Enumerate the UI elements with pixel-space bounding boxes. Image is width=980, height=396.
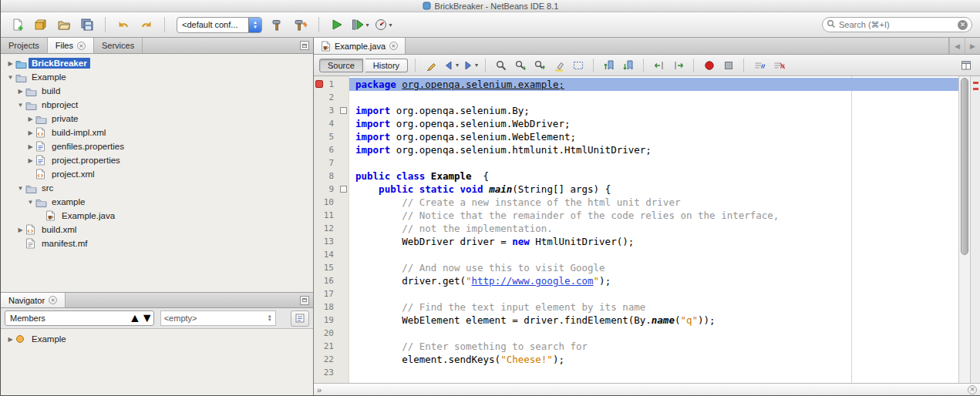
sort-members-button[interactable] xyxy=(291,310,309,327)
code-line-2[interactable]: 2 xyxy=(314,91,958,104)
tree-item-build-xml[interactable]: ▶build.xml xyxy=(1,223,313,237)
prev-bookmark-button[interactable] xyxy=(600,57,618,74)
profile-button[interactable]: ▾ xyxy=(374,15,392,34)
tree-item-build[interactable]: ▶build xyxy=(1,84,313,98)
scroll-tabs-right-button[interactable]: ▶ xyxy=(965,38,980,54)
code-line-19[interactable]: 19 WebElement element = driver.findEleme… xyxy=(314,314,958,327)
line-number[interactable]: 16 xyxy=(314,274,337,287)
expand-arrow-icon[interactable]: ▶ xyxy=(25,116,35,122)
dropdown-caret-icon[interactable]: ▾ xyxy=(456,62,459,69)
collapse-arrow-icon[interactable]: ▼ xyxy=(5,74,15,81)
tree-item-genfiles-properties[interactable]: ▶genfiles.properties xyxy=(1,139,313,153)
tree-item-example-java[interactable]: Example.java xyxy=(1,209,313,223)
code-line-15[interactable]: 15 // And now use this to visit Google xyxy=(314,261,958,274)
tree-item-manifest-mf[interactable]: manifest.mf xyxy=(1,237,313,250)
line-number[interactable]: 3 xyxy=(314,104,337,117)
close-tab-icon[interactable]: ✕ xyxy=(49,296,57,304)
code-text[interactable]: import org.openqa.selenium.By; xyxy=(349,104,958,117)
line-number[interactable]: 7 xyxy=(314,156,337,169)
code-line-18[interactable]: 18 // Find the text input element by its… xyxy=(314,300,958,314)
line-number[interactable]: 10 xyxy=(314,196,337,209)
code-text[interactable]: // not the implementation. xyxy=(349,222,958,235)
redo-button[interactable] xyxy=(137,15,156,34)
tab-services[interactable]: Services xyxy=(94,38,143,53)
tree-item-private[interactable]: ▶private xyxy=(1,112,313,126)
line-number[interactable]: 22 xyxy=(314,353,337,366)
collapse-arrow-icon[interactable]: ▼ xyxy=(15,185,25,192)
code-text[interactable]: WebElement element = driver.findElement(… xyxy=(349,314,958,327)
new-file-button[interactable] xyxy=(8,15,27,34)
scrollbar-thumb[interactable] xyxy=(961,78,968,255)
code-text[interactable] xyxy=(349,248,958,261)
line-number[interactable]: 15 xyxy=(314,261,337,274)
tab-navigator[interactable]: Navigator ✕ xyxy=(1,293,66,307)
code-line-1[interactable]: 1package org.openqa.selenium.example; xyxy=(314,78,958,91)
tree-item-nbproject[interactable]: ▼nbproject xyxy=(1,98,313,112)
close-tab-icon[interactable]: ✕ xyxy=(77,42,86,50)
open-project-button[interactable] xyxy=(55,15,73,34)
tab-files[interactable]: Files ✕ xyxy=(48,38,94,53)
run-button[interactable] xyxy=(328,15,346,34)
code-text[interactable] xyxy=(349,156,958,169)
uncomment-button[interactable] xyxy=(770,57,787,74)
code-text[interactable]: // And now use this to visit Google xyxy=(349,261,958,274)
fold-column[interactable] xyxy=(337,104,349,117)
new-project-button[interactable] xyxy=(32,15,50,34)
code-text[interactable]: // Notice that the remainder of the code… xyxy=(349,209,958,222)
code-text[interactable]: // Create a new instance of the html uni… xyxy=(349,196,958,209)
code-line-23[interactable]: 23 xyxy=(314,366,958,379)
code-line-6[interactable]: 6import org.openqa.selenium.htmlunit.Htm… xyxy=(314,143,958,156)
tab-projects[interactable]: Projects xyxy=(1,38,48,53)
expand-arrow-icon[interactable]: ▶ xyxy=(25,129,35,136)
expand-arrow-icon[interactable]: ▶ xyxy=(25,157,35,164)
error-stripe-mark[interactable] xyxy=(973,88,978,90)
code-line-5[interactable]: 5import org.openqa.selenium.WebElement; xyxy=(314,130,958,143)
code-lines[interactable]: 1package org.openqa.selenium.example;23i… xyxy=(314,76,958,383)
code-line-8[interactable]: 8public class Example { xyxy=(314,169,958,183)
build-button[interactable] xyxy=(268,15,287,34)
expand-arrow-icon[interactable]: ▶ xyxy=(15,88,25,95)
undo-button[interactable] xyxy=(114,15,133,34)
configuration-combo[interactable]: <default conf... ▲▼ xyxy=(177,17,262,33)
forward-button[interactable]: ▾ xyxy=(461,57,479,74)
bottom-close-button[interactable]: ✕ xyxy=(968,385,977,394)
vertical-scrollbar[interactable] xyxy=(958,76,970,383)
collapse-arrow-icon[interactable]: ▼ xyxy=(25,199,35,206)
code-text[interactable] xyxy=(349,287,958,300)
code-line-4[interactable]: 4import org.openqa.selenium.WebDriver; xyxy=(314,117,958,130)
code-text[interactable] xyxy=(349,366,958,379)
filter-combo[interactable]: <empty> ▲▼ xyxy=(160,310,276,326)
scroll-tabs-left-button[interactable]: ◀ xyxy=(949,38,965,54)
expand-arrow-icon[interactable]: ▶ xyxy=(25,143,35,150)
source-view-button[interactable]: Source xyxy=(319,59,363,72)
search-clear-button[interactable]: ✕ xyxy=(958,20,968,30)
line-number[interactable]: 19 xyxy=(314,314,337,327)
dropdown-caret-icon[interactable]: ▾ xyxy=(365,22,369,29)
code-line-12[interactable]: 12 // not the implementation. xyxy=(314,222,958,235)
code-line-17[interactable]: 17 xyxy=(314,287,958,300)
line-number[interactable]: 12 xyxy=(314,222,337,235)
tree-item-example[interactable]: ▼Example xyxy=(1,70,313,84)
tree-item-project-xml[interactable]: project.xml xyxy=(1,167,313,181)
line-number[interactable]: 6 xyxy=(314,143,337,156)
code-text[interactable] xyxy=(349,91,958,104)
dropdown-caret-icon[interactable]: ▾ xyxy=(389,22,392,29)
bottom-chevron-icon[interactable]: » xyxy=(317,384,322,395)
combo-stepper-icon[interactable]: ▲▼ xyxy=(248,18,261,32)
tree-item-brickbreaker[interactable]: ▶BrickBreaker xyxy=(1,56,313,70)
code-line-10[interactable]: 10 // Create a new instance of the html … xyxy=(314,196,958,209)
line-number[interactable]: 11 xyxy=(314,209,337,222)
line-number[interactable]: 4 xyxy=(314,117,337,130)
find-button[interactable] xyxy=(492,57,510,74)
debug-button[interactable]: ▾ xyxy=(351,15,369,34)
code-line-21[interactable]: 21 // Enter something to search for xyxy=(314,340,958,353)
collapse-arrow-icon[interactable]: ▼ xyxy=(15,102,25,109)
line-number[interactable]: 20 xyxy=(314,327,337,340)
line-number[interactable]: 8 xyxy=(314,169,337,183)
code-text[interactable]: element.sendKeys("Cheese!"); xyxy=(349,353,958,366)
code-line-7[interactable]: 7 xyxy=(314,156,958,169)
expand-arrow-icon[interactable]: ▶ xyxy=(5,60,15,67)
code-fold-icon[interactable] xyxy=(340,107,347,114)
quick-search-box[interactable]: ✕ xyxy=(822,17,972,32)
last-edit-button[interactable] xyxy=(423,57,440,74)
